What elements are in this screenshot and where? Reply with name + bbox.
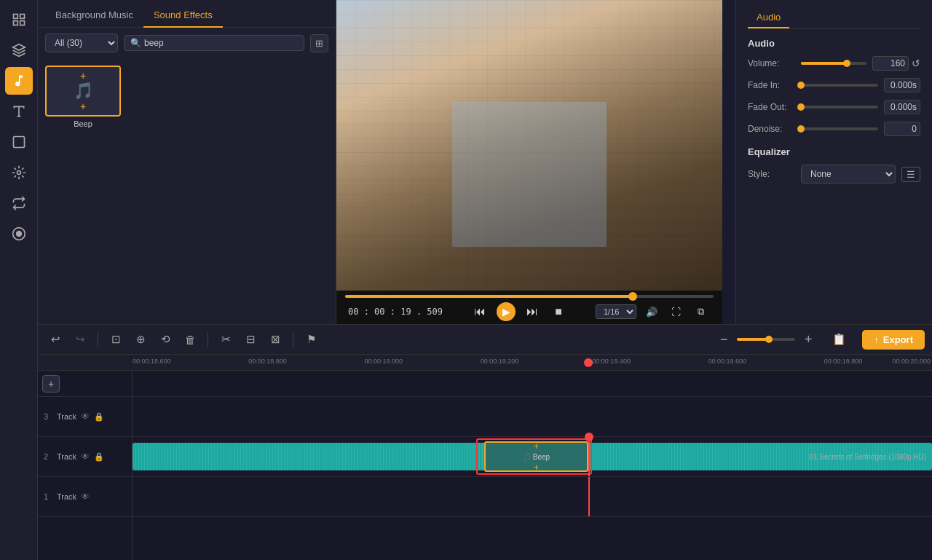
style-label: Style: bbox=[748, 169, 795, 179]
equalizer-title: Equalizer bbox=[748, 146, 920, 157]
sidebar-btn-filters[interactable] bbox=[5, 220, 33, 248]
denoise-slider[interactable] bbox=[801, 127, 878, 130]
sidebar-btn-transitions[interactable] bbox=[5, 189, 33, 217]
beep-clip[interactable]: + 🎵 Beep + bbox=[484, 441, 588, 472]
track-num-3: 3 bbox=[44, 412, 52, 421]
media-thumb-beep: + 🎵 + bbox=[45, 66, 121, 117]
video-preview bbox=[336, 0, 722, 291]
sidebar-btn-shapes[interactable] bbox=[5, 128, 33, 156]
track-3-lock-btn[interactable]: 🔒 bbox=[94, 412, 104, 422]
zoom-thumb[interactable] bbox=[765, 336, 773, 343]
category-filter[interactable]: All (30) bbox=[45, 33, 118, 52]
volume-thumb[interactable] bbox=[843, 60, 850, 67]
media-grid: + 🎵 + Beep bbox=[38, 58, 336, 135]
progress-track[interactable] bbox=[345, 295, 714, 298]
fade-in-slider[interactable] bbox=[801, 84, 878, 87]
volume-fill bbox=[801, 62, 847, 65]
undo-btn[interactable]: ↩ bbox=[45, 329, 66, 350]
volume-slider[interactable] bbox=[801, 62, 866, 65]
filter-row: All (30) 🔍 ⊞ bbox=[38, 28, 336, 58]
fade-in-thumb[interactable] bbox=[797, 82, 805, 89]
snapshot-btn[interactable]: ⟲ bbox=[155, 329, 175, 350]
fullscreen-btn[interactable]: ⛶ bbox=[667, 302, 686, 321]
cut-btn[interactable]: ✂ bbox=[216, 329, 236, 350]
beep-label: Beep bbox=[533, 453, 550, 461]
denoise-thumb[interactable] bbox=[797, 125, 805, 133]
sidebar-btn-layers[interactable] bbox=[5, 36, 33, 64]
track-num-2: 2 bbox=[44, 452, 52, 461]
track-3-visibility-btn[interactable]: 👁 bbox=[81, 411, 90, 422]
tab-background-music[interactable]: Background Music bbox=[45, 4, 143, 28]
svg-rect-0 bbox=[13, 15, 17, 19]
fade-out-value: 0.000s bbox=[884, 100, 920, 114]
track-1-visibility-btn[interactable]: 👁 bbox=[81, 492, 90, 502]
equalizer-section: Equalizer Style: None ☰ bbox=[748, 146, 920, 184]
fade-out-thumb[interactable] bbox=[797, 103, 805, 111]
sidebar-btn-media[interactable] bbox=[5, 6, 33, 33]
sidebar-btn-audio[interactable] bbox=[5, 67, 33, 95]
sidebar-btn-text[interactable] bbox=[5, 98, 33, 125]
zoom-out-btn[interactable]: − bbox=[714, 329, 734, 350]
track-2-visibility-btn[interactable]: 👁 bbox=[81, 451, 90, 462]
ripple-btn[interactable]: ⊡ bbox=[106, 329, 126, 350]
crop-btn[interactable]: ⊠ bbox=[265, 329, 285, 350]
style-row: Style: None ☰ bbox=[748, 165, 920, 184]
svg-point-8 bbox=[17, 171, 20, 175]
zoom-in-btn[interactable]: + bbox=[798, 329, 818, 350]
ruler-mark-4: 00:00:19.400 bbox=[592, 358, 631, 365]
marker-btn[interactable]: ⚑ bbox=[301, 329, 321, 350]
tab-sound-effects[interactable]: Sound Effects bbox=[143, 4, 223, 28]
forward-btn[interactable]: ⏭ bbox=[523, 302, 542, 321]
add-clip-btn[interactable]: ⊕ bbox=[130, 329, 151, 350]
eq-style-select[interactable]: None bbox=[801, 165, 896, 184]
volume-value: 160 bbox=[872, 56, 909, 71]
track-2-lock-btn[interactable]: 🔒 bbox=[94, 452, 104, 462]
fade-in-label: Fade In: bbox=[748, 80, 795, 90]
svg-rect-3 bbox=[20, 21, 24, 25]
separator-2 bbox=[208, 332, 208, 347]
zoom-fill bbox=[737, 338, 769, 341]
split-btn[interactable]: ⊟ bbox=[240, 329, 261, 350]
add-track-btn[interactable]: + bbox=[42, 375, 60, 393]
playhead-track1 bbox=[588, 477, 590, 516]
fade-out-slider[interactable] bbox=[801, 106, 878, 109]
export-btn[interactable]: ↑ Export bbox=[862, 330, 925, 350]
grid-view-btn[interactable]: ⊞ bbox=[310, 34, 328, 52]
panel-tab-audio[interactable]: Audio bbox=[748, 7, 789, 28]
delete-btn[interactable]: 🗑 bbox=[180, 329, 200, 350]
playhead-head bbox=[585, 433, 593, 441]
settings-btn[interactable]: ⧉ bbox=[692, 302, 711, 321]
progress-thumb[interactable] bbox=[628, 292, 637, 301]
plus-bot-icon: + bbox=[80, 100, 86, 112]
volume-reset-btn[interactable]: ↺ bbox=[912, 58, 920, 69]
list-item[interactable]: + 🎵 + Beep bbox=[45, 66, 121, 128]
volume-label: Volume: bbox=[748, 58, 795, 68]
quality-select[interactable]: 1/16 bbox=[596, 304, 636, 319]
clipboard-btn[interactable]: 📋 bbox=[829, 329, 849, 350]
rewind-btn[interactable]: ⏮ bbox=[470, 302, 489, 321]
search-input[interactable] bbox=[144, 38, 298, 48]
track-name-1: Track bbox=[57, 492, 76, 501]
eq-settings-btn[interactable]: ☰ bbox=[901, 167, 920, 182]
svg-rect-7 bbox=[13, 137, 24, 148]
track-label-3: 3 Track 👁 🔒 bbox=[38, 397, 132, 437]
volume-btn[interactable]: 🔊 bbox=[642, 302, 661, 321]
sidebar-btn-effects[interactable] bbox=[5, 159, 33, 186]
denoise-row: Denoise: 0 bbox=[748, 122, 920, 136]
audio-wave-icon: 🎵 bbox=[74, 82, 93, 100]
right-controls: 1/16 🔊 ⛶ ⧉ bbox=[596, 302, 711, 321]
track-name-2: Track bbox=[57, 452, 76, 461]
panel-tab-bar: Audio bbox=[748, 7, 920, 29]
stop-btn[interactable]: ■ bbox=[549, 302, 568, 321]
track-row-1[interactable] bbox=[133, 477, 932, 517]
zoom-slider[interactable] bbox=[737, 338, 795, 341]
redo-btn[interactable]: ↪ bbox=[70, 329, 90, 350]
play-btn[interactable]: ▶ bbox=[497, 302, 516, 321]
track-row-3[interactable] bbox=[133, 397, 932, 437]
search-icon: 🔍 bbox=[130, 38, 141, 48]
media-panel: Background Music Sound Effects All (30) … bbox=[38, 0, 336, 324]
track-row-2[interactable]: 01 Secrets of Selfridges (1080p HD) + 🎵 … bbox=[133, 437, 932, 477]
sidebar bbox=[0, 0, 38, 560]
ruler-mark-2: 00:00:19.000 bbox=[364, 358, 403, 365]
ruler-mark-7: 00:00:20.000 bbox=[892, 358, 931, 365]
